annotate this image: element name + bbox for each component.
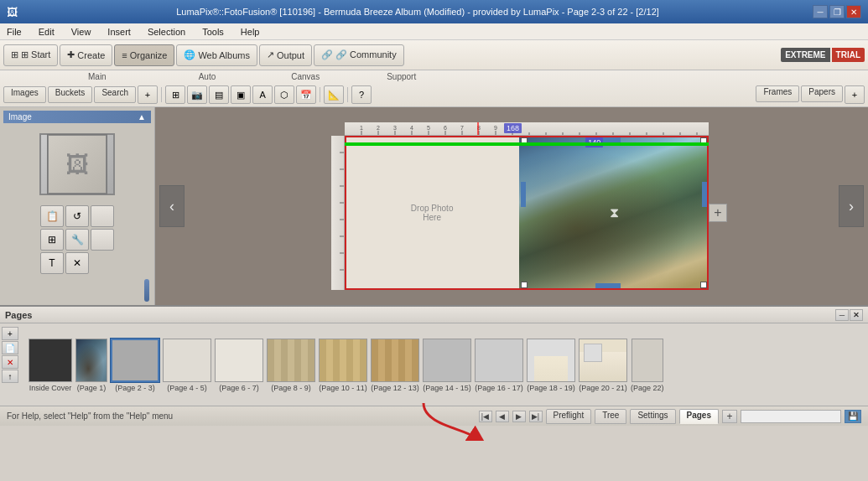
thumb-14-15[interactable] [423,339,471,382]
thumb-16-17[interactable] [475,339,523,382]
page-thumb-12-13[interactable]: (Page 12 - 13) [371,339,419,392]
community-button[interactable]: 🔗 🔗 Community [314,44,404,66]
page-thumb-1[interactable]: (Page 1) [75,339,107,392]
handle-right[interactable] [702,182,707,207]
tab-buckets[interactable]: Buckets [48,86,93,103]
tool-calendar[interactable]: 📅 [296,85,316,104]
page-thumb-2-3[interactable]: (Page 2 - 3) [111,339,159,392]
menu-file[interactable]: File [3,25,25,39]
tool-text[interactable]: A [252,85,273,104]
svg-text:6: 6 [444,125,447,131]
thumb-10-11[interactable] [319,339,367,382]
tool-canvas[interactable]: 📐 [324,85,344,104]
thumb-4-5[interactable] [163,339,211,382]
page-delete-button[interactable]: ✕ [2,355,18,369]
tab-preflight[interactable]: Preflight [546,409,592,424]
tool-help[interactable]: ? [351,85,372,104]
panel-minimize[interactable]: ─ [835,309,849,321]
svg-text:4: 4 [410,125,413,131]
thumb-label-2-3: (Page 2 - 3) [115,384,155,392]
thumb-1[interactable] [75,339,107,382]
thumb-8-9[interactable] [267,339,315,382]
page-thumb-6-7[interactable]: (Page 6 - 7) [215,339,263,392]
handle-bottom[interactable] [595,283,621,288]
tab-search[interactable]: Search [94,86,136,103]
page-thumb-8-9[interactable]: (Page 8 - 9) [267,339,315,392]
menu-bar: File Edit View Insert Selection Tools He… [0,23,868,40]
restore-button[interactable]: ❐ [829,5,845,18]
status-search-input[interactable] [741,410,841,423]
menu-view[interactable]: View [68,25,95,39]
nav-prev[interactable]: ‹ [159,185,185,227]
menu-tools[interactable]: Tools [199,25,227,39]
tool-grid[interactable]: ⊞ [165,85,185,104]
menu-insert[interactable]: Insert [104,25,134,39]
thumb-label-20-21: (Page 20 - 21) [579,384,627,392]
main-area: Image ▲ 🖼 📋 ↺ ⊞ 🔧 T ✕ ‹ [0,107,868,305]
panel-close[interactable]: ✕ [850,309,863,321]
tab-pages[interactable]: Pages [679,409,719,424]
tool-undo[interactable]: ↺ [65,205,89,227]
page-thumb-18-19[interactable]: (Page 18 - 19) [527,339,575,392]
page-copy-button[interactable]: 📄 [2,341,18,354]
tool-frame[interactable]: ▣ [231,85,251,104]
tab-settings[interactable]: Settings [630,409,675,424]
thumb-inside-cover[interactable] [29,339,72,382]
thumb-label-16-17: (Page 16 - 17) [475,384,523,392]
add-tab-button[interactable]: + [138,85,158,104]
status-save-button[interactable]: 💾 [845,410,861,423]
tab-tree[interactable]: Tree [595,409,626,424]
thumb-12-13[interactable] [371,339,419,382]
left-tools-grid: 📋 ↺ ⊞ 🔧 T ✕ [40,205,114,274]
image-panel-close[interactable]: ▲ [138,112,146,122]
add-page-button[interactable]: + [709,204,727,222]
menu-edit[interactable]: Edit [35,25,58,39]
page-thumb-10-11[interactable]: (Page 10 - 11) [319,339,367,392]
page-thumb-20-21[interactable]: (Page 20 - 21) [579,339,627,392]
nav-next-btn[interactable]: ▶ [512,411,526,422]
tab-frames[interactable]: Frames [756,85,799,102]
tab-images[interactable]: Images [3,86,46,103]
handle-left[interactable] [521,182,526,207]
page-thumb-inside-cover[interactable]: Inside Cover [29,339,72,392]
tool-shape[interactable]: ⬡ [274,85,294,104]
tab-papers[interactable]: Papers [801,85,843,102]
thumb-22[interactable] [632,339,663,382]
add-right-tab[interactable]: + [845,85,865,104]
menu-help[interactable]: Help [237,25,263,39]
web-albums-button[interactable]: 🌐 Web Albums [176,44,257,66]
nav-prev-btn[interactable]: ◀ [496,411,509,422]
thumb-18-19[interactable] [527,339,575,382]
page-move-button[interactable]: ↑ [2,370,18,383]
tool-text2[interactable]: T [40,252,64,274]
handle-bl[interactable] [521,282,528,288]
tool-grid2[interactable]: ⊞ [40,229,64,251]
start-button[interactable]: ⊞ ⊞ Start [3,44,58,66]
tool-layout[interactable]: ▤ [209,85,229,104]
nav-first[interactable]: |◀ [479,411,492,422]
page-add-button[interactable]: + [2,327,18,340]
thumb-2-3[interactable] [111,339,159,382]
page-thumb-16-17[interactable]: (Page 16 - 17) [475,339,523,392]
nav-next[interactable]: › [839,185,864,227]
thumb-label-1: (Page 1) [77,384,107,392]
separator [161,87,162,102]
tool-copy[interactable]: 📋 [40,205,64,227]
create-button[interactable]: ✚ Create [60,44,112,66]
status-add-button[interactable]: + [722,410,737,423]
tool-wrench[interactable]: 🔧 [65,229,89,251]
handle-br[interactable] [700,282,707,288]
page-thumb-4-5[interactable]: (Page 4 - 5) [163,339,211,392]
page-thumb-14-15[interactable]: (Page 14 - 15) [423,339,471,392]
page-thumb-22[interactable]: (Page 22) [631,339,664,392]
organize-button[interactable]: ≡ Organize [114,44,174,66]
thumb-6-7[interactable] [215,339,263,382]
close-button[interactable]: ✕ [846,5,861,18]
thumb-20-21[interactable] [579,339,627,382]
minimize-button[interactable]: ─ [813,5,828,18]
output-button[interactable]: ↗ Output [259,44,312,66]
tool-delete[interactable]: ✕ [65,252,89,274]
tool-photo[interactable]: 📷 [187,85,207,104]
menu-selection[interactable]: Selection [144,25,189,39]
nav-last[interactable]: ▶| [529,411,543,422]
